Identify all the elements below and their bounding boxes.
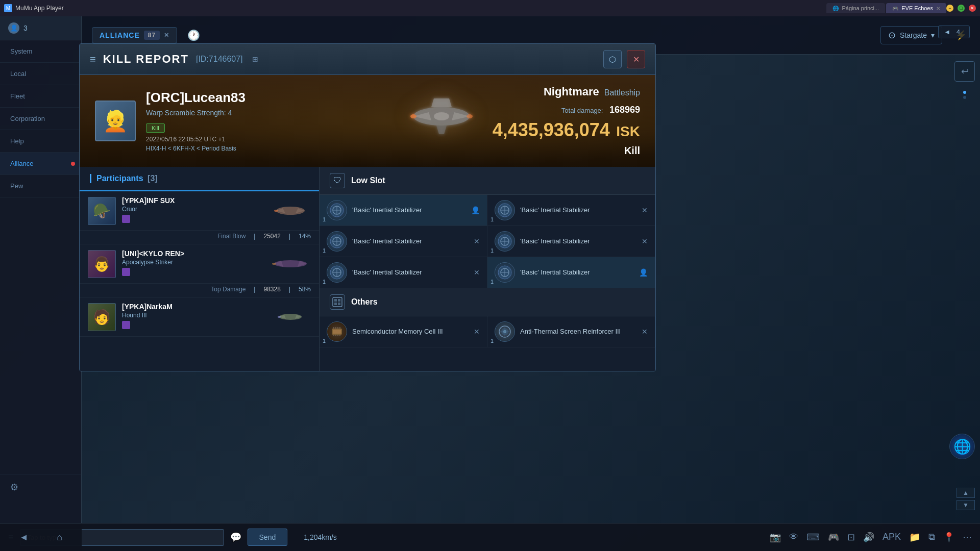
- folder-icon[interactable]: 📁: [909, 532, 920, 543]
- maximize-button[interactable]: □: [958, 5, 965, 12]
- copy-icon[interactable]: ⧉: [928, 532, 935, 543]
- slot-item-4[interactable]: 1 'Basic' Inertial Stabilizer ✕: [487, 226, 655, 257]
- svg-point-7: [434, 112, 449, 120]
- nav-up-arrow[interactable]: ▲: [957, 488, 975, 498]
- sidebar-item-fleet[interactable]: Fleet: [0, 85, 81, 108]
- slot-name-4: 'Basic' Inertial Stabilizer: [520, 237, 590, 246]
- sidebar-item-corporation[interactable]: Corporation: [0, 108, 81, 130]
- others-close-1[interactable]: ✕: [474, 328, 480, 336]
- person-icon-6: 👤: [639, 268, 648, 277]
- participant-info-2: [UNI]<KYLO REN> Apocalypse Striker: [122, 249, 270, 278]
- hamburger-button[interactable]: ≡: [90, 54, 96, 65]
- alliance-label: ALLIANCE: [100, 31, 140, 39]
- slot-qty-3: 1: [323, 247, 326, 254]
- sidebar-item-pew[interactable]: Pew: [0, 175, 81, 197]
- corp-badge-3: [122, 321, 130, 329]
- slot-item-1[interactable]: 1 'Basic' Inertial Stabilizer 👤: [320, 195, 487, 226]
- others-icon-2: [495, 321, 515, 342]
- footer-dmg-2: 98328: [263, 286, 280, 293]
- others-grid: 1: [320, 316, 655, 347]
- slot-icon-3: [327, 231, 347, 252]
- browser-tabs: 🌐 Página princi... 🎮 EVE Echoes ✕: [826, 3, 946, 13]
- slot-item-6[interactable]: 1 'Basic' Inertial Stabilizer 👤: [487, 257, 655, 288]
- total-damage-value: 168969: [609, 105, 640, 115]
- send-button[interactable]: Send: [248, 529, 288, 546]
- others-close-2[interactable]: ✕: [642, 328, 648, 336]
- gamepad-icon[interactable]: 🎮: [828, 532, 839, 543]
- tab-close-icon[interactable]: ✕: [936, 6, 940, 11]
- slot-item-3[interactable]: 1 'Basic' Inertial Stabilizer ✕: [320, 226, 487, 257]
- others-name-2: Anti-Thermal Screen Reinforcer III: [520, 328, 621, 336]
- others-qty-2: 1: [491, 338, 494, 344]
- pilot-info: [ORC]Lucean83 Warp Scramble Strength: 4 …: [146, 90, 390, 152]
- others-item-2[interactable]: 1 Anti-Thermal Screen Reinforcer III ✕: [487, 316, 655, 347]
- slot-item-2[interactable]: 1 'Basic' Inertial Stabilizer ✕: [487, 195, 655, 226]
- close-button[interactable]: ✕: [969, 5, 976, 12]
- apk-icon[interactable]: APK: [883, 532, 901, 543]
- more-icon[interactable]: ⋯: [963, 532, 972, 543]
- sidebar-item-local[interactable]: Local: [0, 63, 81, 85]
- modal-close-button[interactable]: ✕: [627, 50, 645, 68]
- low-slot-icon: 🛡: [330, 173, 345, 188]
- slot-name-3: 'Basic' Inertial Stabilizer: [352, 237, 422, 246]
- footer-pct-2: 58%: [299, 286, 311, 293]
- stargate-button[interactable]: ⊙ Stargate ▾: [880, 26, 942, 44]
- slot-qty-2: 1: [491, 216, 494, 222]
- close-icon-4[interactable]: ✕: [642, 237, 648, 245]
- slot-icon-6: [495, 262, 515, 283]
- avatar-icon: 👤: [8, 22, 19, 34]
- location-icon[interactable]: 📍: [943, 532, 954, 543]
- alliance-tab[interactable]: ALLIANCE 87 ✕: [92, 27, 177, 43]
- ship-image: [401, 86, 482, 157]
- chat-icon[interactable]: 💬: [230, 532, 241, 543]
- participant-ship-2: [270, 254, 311, 274]
- sound-icon[interactable]: 🔊: [863, 532, 874, 543]
- stargate-label: Stargate: [900, 31, 927, 39]
- ship-name: Nightmare: [544, 85, 599, 98]
- slot-qty-1: 1: [323, 216, 326, 222]
- participant-avatar-1: 🪖: [88, 197, 116, 225]
- sidebar-item-alliance[interactable]: Alliance: [0, 153, 81, 175]
- tab-eve-echoes[interactable]: 🎮 EVE Echoes ✕: [886, 3, 946, 13]
- participant-avatar-3: 🧑: [88, 303, 116, 331]
- close-icon-5[interactable]: ✕: [474, 268, 480, 277]
- others-icon-1: [327, 321, 347, 342]
- participant-row[interactable]: 🪖 [YPKA]INF SUX Cruor: [80, 191, 319, 231]
- resize-icon[interactable]: ⊡: [847, 532, 855, 543]
- clock-icon[interactable]: 🕐: [187, 29, 200, 41]
- close-icon-3[interactable]: ✕: [474, 237, 480, 245]
- sidebar-item-help[interactable]: Help: [0, 130, 81, 153]
- back-button[interactable]: ◄: [19, 532, 29, 543]
- title-bar: M MuMu App Player 🌐 Página princi... 🎮 E…: [0, 0, 980, 16]
- ship-class: Battleship: [604, 88, 640, 97]
- slot-name-5: 'Basic' Inertial Stabilizer: [352, 268, 422, 277]
- camera-icon[interactable]: 📷: [770, 532, 781, 543]
- keyboard-icon[interactable]: ⌨: [806, 532, 820, 543]
- notification-dot: [71, 162, 75, 166]
- tab-1[interactable]: 🌐 Página princi...: [826, 3, 885, 13]
- others-icon: [330, 294, 345, 310]
- participant-row-3[interactable]: 🧑 [YPKA]NarkaM Hound III: [80, 297, 319, 337]
- home-button[interactable]: ⌂: [57, 532, 62, 543]
- svg-rect-50: [333, 330, 341, 334]
- nav-down-arrow[interactable]: ▼: [957, 500, 975, 510]
- participant-corp-1: Cruor: [122, 206, 270, 213]
- eye-icon[interactable]: 👁: [789, 532, 798, 543]
- slot-qty-4: 1: [491, 247, 494, 254]
- globe-button[interactable]: 🌐: [949, 434, 975, 459]
- pilot-name: [ORC]Lucean83: [146, 90, 390, 106]
- close-tab-icon[interactable]: ✕: [164, 32, 169, 39]
- float-btn-1[interactable]: ↩: [954, 61, 975, 82]
- copy-icon[interactable]: ⊞: [252, 55, 258, 63]
- settings-button[interactable]: ⚙: [0, 474, 81, 500]
- minimize-button[interactable]: −: [946, 5, 953, 12]
- slot-item-5[interactable]: 1 'Basic' Inertial Stabilizer ✕: [320, 257, 487, 288]
- stargate-chevron-icon: ▾: [931, 31, 935, 39]
- svg-rect-47: [334, 303, 337, 305]
- participant-row-2[interactable]: 👨 [UNI]<KYLO REN> Apocalypse Striker: [80, 244, 319, 284]
- sidebar-item-system[interactable]: System: [0, 40, 81, 63]
- others-item-1[interactable]: 1: [320, 316, 487, 347]
- external-link-button[interactable]: ⬡: [603, 50, 622, 68]
- participant-corp-2: Apocalypse Striker: [122, 259, 270, 266]
- close-icon-2[interactable]: ✕: [642, 206, 648, 214]
